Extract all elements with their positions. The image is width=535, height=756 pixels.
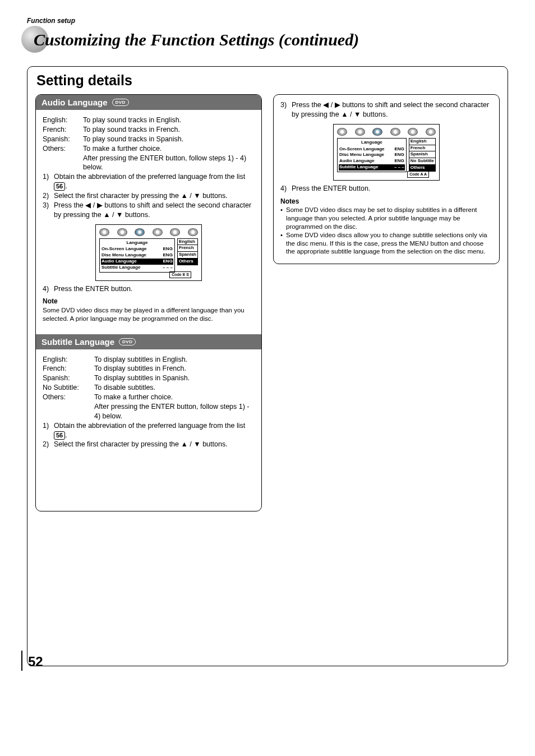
notes-heading: Notes [280,197,492,206]
disc-icon-selected [372,128,382,136]
up-arrow-icon: ▲ [103,211,110,219]
audio-menu-diagram: Language On-Screen LanguageENG Disc Menu… [43,224,255,281]
disc-icon [170,228,180,236]
subtitle-step-1: 1) Obtain the abbreviation of the prefer… [43,421,255,440]
main-outline: Setting details Audio Language DVD Engli… [27,66,508,666]
columns: Audio Language DVD English:To play sound… [35,94,500,511]
opt-french: French:To play sound tracks in French. [43,125,255,135]
note-bullet: •Some DVD video discs allow you to chang… [280,231,492,256]
menu-row: Disc Menu LanguageENG [101,252,173,259]
dvd-icon: DVD [112,99,129,106]
down-arrow-icon: ▼ [193,192,200,200]
opt-others: Others:To make a further choice. [43,144,255,154]
up-arrow-icon: ▲ [181,440,188,448]
others-follow: After pressing the ENTER button, follow … [43,402,255,421]
disc-icon [153,228,163,236]
audio-language-body: English:To play sound tracks in English.… [36,110,261,331]
note-text: Some DVD video discs may be played in a … [43,306,255,323]
disc-icon [426,128,436,136]
opt-spanish: Spanish:To display subtitles in Spanish. [43,374,255,383]
opt-no-subtitle: No Subtitle:To disable subtitles. [43,383,255,393]
menu-row-highlighted: Subtitle Language– – – [339,164,405,170]
disc-icons-row [99,228,198,236]
audio-step-3: 3) Press the ◀ / ▶ buttons to shift and … [43,201,255,220]
menu-row: Audio LanguageENG [339,158,405,164]
opt-spanish: Spanish:To play sound tracks in Spanish. [43,135,255,144]
subtitle-step-2: 2) Select the first character by pressin… [43,440,255,449]
disc-icon [390,128,400,136]
down-arrow-icon: ▼ [193,440,200,448]
opt-english: English:To display subtitles in English. [43,355,255,365]
menu-row: On-Screen LanguageENG [101,246,173,252]
right-arrow-icon: ▶ [335,101,340,109]
page-title: Customizing the Function Settings (conti… [27,30,508,49]
audio-step-1: 1) Obtain the abbreviation of the prefer… [43,172,255,191]
code-box: Code E S [169,271,191,278]
subtitle-language-body: English:To display subtitles in English.… [36,349,261,511]
menu-left-panel: Language On-Screen LanguageENG Disc Menu… [99,238,175,273]
opt-english: English:To play sound tracks in English. [43,116,255,125]
page-ref-icon: 56 [54,182,65,191]
disc-icon [408,128,418,136]
opt-others: Others:To make a further choice. [43,393,255,402]
disc-icon [337,128,347,136]
menu-right-panel: English French Spanish No Subtitle Other… [409,138,436,172]
menu-row: Subtitle Language– – – [101,265,173,271]
page-number: 52 [28,654,43,670]
others-follow: After pressing the ENTER button, follow … [43,154,255,173]
left-panel: Audio Language DVD English:To play sound… [35,94,262,511]
right-arrow-icon: ▶ [97,201,103,209]
disc-icon [188,228,198,236]
subtitle-step-4: 4) Press the ENTER button. [280,184,492,193]
disc-icon-selected [135,228,145,236]
subtitle-step-3: 3) Press the ◀ / ▶ buttons to shift and … [280,100,492,119]
left-arrow-icon: ◀ [323,101,329,109]
page: Function setup Customizing the Function … [0,0,535,680]
left-arrow-icon: ◀ [85,201,91,209]
audio-step-2: 2) Select the first character by pressin… [43,191,255,201]
menu-row: Disc Menu LanguageENG [339,152,405,158]
down-arrow-icon: ▼ [116,211,123,219]
subtitle-language-label: Subtitle Language [41,337,114,347]
left-column: Audio Language DVD English:To play sound… [35,94,262,511]
disc-icon [355,128,365,136]
audio-language-heading: Audio Language DVD [36,95,261,110]
menu-row-highlighted: Audio LanguageENG [101,259,173,265]
page-title-wrap: Customizing the Function Settings (conti… [27,30,508,49]
menu-row: On-Screen LanguageENG [339,146,405,153]
section-header: Function setup [27,17,508,25]
right-column: 3) Press the ◀ / ▶ buttons to shift and … [273,94,500,511]
subtitle-language-heading: Subtitle Language DVD [36,334,261,349]
setting-details-heading: Setting details [36,72,500,89]
right-panel: 3) Press the ◀ / ▶ buttons to shift and … [273,94,500,264]
disc-icons-row [337,128,436,136]
up-arrow-icon: ▲ [181,192,188,200]
audio-step-4: 4) Press the ENTER button. [43,284,255,294]
menu-left-panel: Language On-Screen LanguageENG Disc Menu… [337,138,407,172]
disc-icon [99,228,109,236]
page-ref-icon: 56 [54,431,65,440]
up-arrow-icon: ▲ [341,110,348,118]
right-panel-body: 3) Press the ◀ / ▶ buttons to shift and … [274,95,499,264]
audio-language-label: Audio Language [41,98,108,107]
subtitle-menu-diagram: Language On-Screen LanguageENG Disc Menu… [280,124,492,181]
note-bullet: •Some DVD video discs may be set to disp… [280,206,492,231]
opt-french: French:To display subtitles in French. [43,364,255,374]
down-arrow-icon: ▼ [354,110,361,118]
code-box: Code A A [407,171,429,177]
note-heading: Note [43,297,255,306]
disc-icon [117,228,127,236]
dvd-icon: DVD [119,338,136,345]
menu-right-panel: English French Spanish Others [177,238,198,273]
